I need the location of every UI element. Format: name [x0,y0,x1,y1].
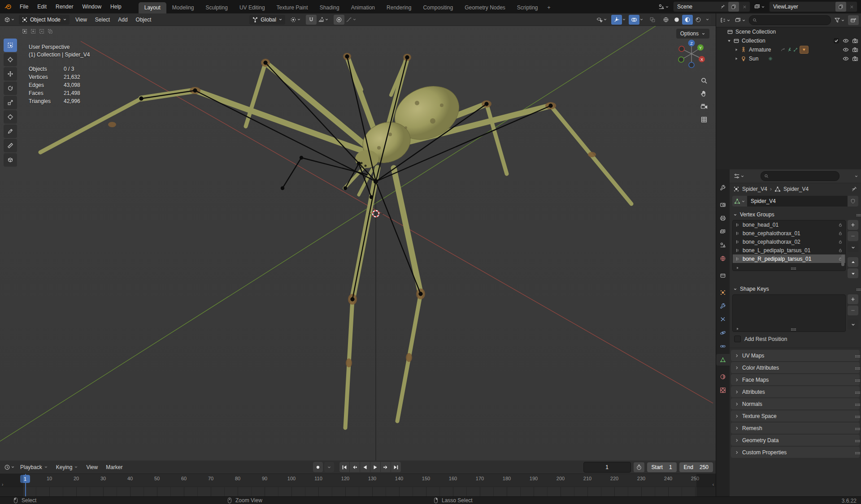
panel-grip[interactable] [857,214,857,215]
timeline-menu-marker[interactable]: Marker [102,464,126,470]
vertex-group-name[interactable]: bone_R_pedipalp_tarsus_01 [743,256,811,262]
record-button[interactable] [313,462,323,472]
shape-key-specials-menu[interactable] [848,319,858,329]
viewport-menu-select[interactable]: Select [91,17,114,23]
timeline-menu-view[interactable]: View [82,464,102,470]
add-rest-position-checkbox[interactable] [734,336,741,342]
editor-type-icon[interactable] [3,17,16,23]
shading-rendered-button[interactable] [693,15,704,25]
tab-layout[interactable]: Layout [139,2,166,13]
outliner-item-label[interactable]: Collection [742,38,765,44]
mesh-name-input[interactable]: Spider_V4 [747,196,848,207]
viewlayer-browse-icon[interactable] [753,4,766,10]
auto-keying-stopwatch-icon[interactable] [634,462,644,472]
properties-tab-physics[interactable] [716,327,730,339]
lock-open-icon[interactable] [838,223,843,227]
vertex-group-name[interactable]: bone_head_01 [743,222,778,228]
properties-tab-particles[interactable] [716,314,730,325]
panel-grip[interactable] [855,367,856,368]
tab-compositing[interactable]: Compositing [417,2,459,13]
play-reverse-button[interactable] [360,462,370,472]
snap-toggle[interactable] [306,15,317,25]
topbar-menu-edit[interactable]: Edit [33,4,51,10]
properties-tab-render[interactable] [716,199,730,211]
snap-settings-dropdown[interactable] [317,17,330,23]
vertex-group-name[interactable]: bone_cephalothorax_01 [743,230,800,237]
list-resize-grip[interactable] [791,267,792,268]
disclosure-right-icon[interactable] [734,47,739,52]
new-viewlayer-icon[interactable] [835,2,846,12]
lock-open-icon[interactable] [838,240,843,244]
proportional-editing-toggle[interactable] [334,15,344,25]
properties-tab-world[interactable] [716,253,730,264]
properties-tab-scene[interactable] [716,239,730,251]
panel-remesh[interactable]: Remesh [731,422,860,434]
outliner-item-label[interactable]: Sun [749,56,758,62]
display-mode-icon[interactable] [734,17,747,23]
current-frame-field[interactable]: 1 [583,462,631,473]
vertex-group-name[interactable]: bone_cephalothorax_02 [743,239,800,245]
lock-open-icon[interactable] [838,231,843,236]
resize-corner-icon[interactable] [735,266,740,270]
camera-toggle-icon[interactable] [852,56,858,62]
overlays-dropdown[interactable] [639,17,644,22]
vertex-group-row[interactable]: bone_cephalothorax_02 [733,237,845,246]
timeline-editor-icon[interactable] [3,464,16,470]
tab-uv-editing[interactable]: UV Editing [234,2,271,13]
rotate-tool-button[interactable] [4,82,17,95]
filter-icon[interactable] [833,17,846,23]
properties-editor-icon[interactable] [732,173,746,179]
outliner-row-armature[interactable]: Armature [716,45,861,54]
properties-tab-output[interactable] [716,212,730,224]
orientation-dropdown[interactable]: Global [249,15,285,25]
tab-texture-paint[interactable]: Texture Paint [271,2,314,13]
transform-tool-button[interactable] [4,110,17,124]
panel-grip[interactable] [855,379,856,380]
select-mode-subtract-icon[interactable] [39,28,45,34]
topbar-menu-help[interactable]: Help [106,4,126,10]
properties-tab-viewlayer[interactable] [716,226,730,237]
panel-face-maps[interactable]: Face Maps [731,374,860,385]
timeline-ruler[interactable]: 1020304050607080901001101201301401501601… [0,474,716,487]
timeline-track[interactable] [0,487,716,497]
select-mode-intersect-icon[interactable] [47,28,53,34]
vertex-groups-list[interactable]: bone_head_01bone_cephalothorax_01bone_ce… [732,220,846,271]
select-mode-extend-icon[interactable] [30,28,36,34]
add-vertex-group-button[interactable] [848,220,858,230]
panel-grip[interactable] [855,404,856,405]
sun-icon[interactable] [768,56,773,61]
panel-color-attributes[interactable]: Color Attributes [731,362,860,373]
checkbox-toggle-icon[interactable] [833,38,839,44]
3d-viewport[interactable]: Object Mode ViewSelectAddObject Global [0,13,716,461]
viewport-menu-view[interactable]: View [71,17,91,23]
remove-vertex-group-button[interactable] [848,231,858,241]
move-group-up-button[interactable] [848,257,858,267]
panel-attributes[interactable]: Attributes [731,386,860,397]
timeline-menu-playback[interactable]: Playback [16,464,52,470]
record-dropdown[interactable] [324,462,334,472]
add-workspace-button[interactable]: + [544,2,554,13]
bone-icon[interactable] [793,47,798,52]
properties-tab-constraints[interactable] [716,340,730,352]
eye-toggle-icon[interactable] [843,47,849,53]
tab-shading[interactable]: Shading [314,2,345,13]
options-dropdown[interactable]: Options [676,29,709,39]
pivot-dropdown[interactable] [289,17,302,23]
pin-icon[interactable] [718,2,728,12]
overlays-toggle[interactable] [629,15,639,25]
breadcrumb-object[interactable]: Spider_V4 [742,186,767,192]
properties-tab-modifiers[interactable] [716,300,730,312]
properties-options-dropdown[interactable] [854,174,858,178]
properties-tab-collection[interactable] [716,270,730,281]
tab-scripting[interactable]: Scripting [511,2,544,13]
add-cube-tool-button[interactable] [4,153,17,167]
camera-toggle-icon[interactable] [852,47,858,53]
panel-geometry-data[interactable]: Geometry Data [731,435,860,446]
shape-keys-list[interactable] [732,294,846,332]
scene-field[interactable]: Scene [673,1,750,12]
end-frame-field[interactable]: End250 [679,462,713,472]
outliner-row-scene-collection[interactable]: Scene Collection [716,27,861,36]
start-frame-field[interactable]: Start1 [647,462,677,472]
topbar-menu-window[interactable]: Window [78,4,106,10]
tab-rendering[interactable]: Rendering [381,2,417,13]
